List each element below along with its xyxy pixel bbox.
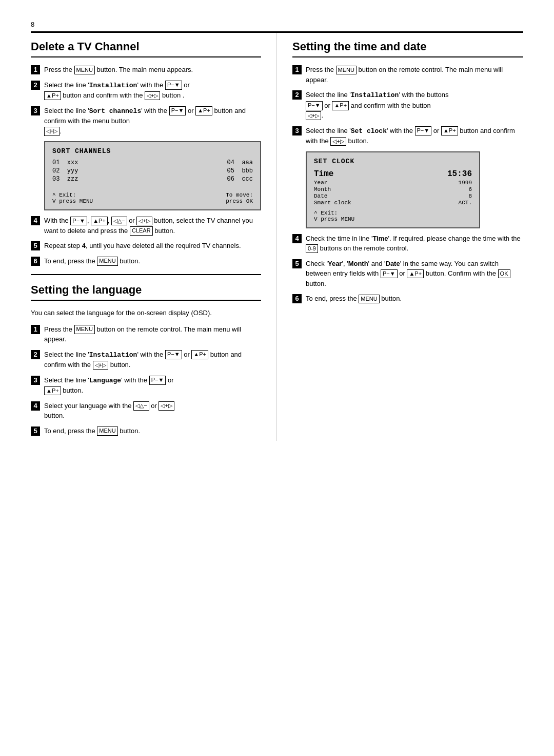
set-clock-month: Month 6: [314, 186, 472, 192]
sort-channels-title: SORT CHANNELS: [52, 147, 253, 155]
sort-exit: ^ Exit:: [52, 192, 93, 198]
sort-footer-right: To move: press OK: [226, 192, 253, 204]
ok-btn: ◁+▷: [145, 91, 160, 100]
smart-clock-label: Smart clock: [314, 200, 351, 206]
lang-step-3: 3 Select the line 'Language' with the P−…: [31, 375, 261, 396]
sort-col1-r1: 01 xxx: [52, 159, 78, 166]
setting-language-section: Setting the language You can select the …: [31, 283, 261, 436]
pplus-t3: ▲P+: [441, 126, 458, 135]
pplus-4: ▲P+: [91, 217, 108, 225]
time-step-num-2: 2: [292, 90, 302, 100]
lang-rule: [31, 274, 261, 275]
menu-btn-1: MENU: [74, 66, 95, 74]
sort-col2-r2: 05 bbb: [227, 167, 253, 175]
delete-step-6: 6 To end, press the MENU button.: [31, 256, 261, 266]
sort-col1-r3: 03 zzz: [52, 176, 78, 183]
year-value: 1999: [459, 180, 472, 186]
page-number: 8: [31, 21, 523, 28]
ok-lang2: ◁+▷: [93, 361, 108, 370]
menu-btn-t6: MENU: [359, 295, 379, 303]
lang-step-2-text: Select the line 'Installation' with the …: [44, 350, 261, 370]
set-clock-smart: Smart clock ACT.: [314, 200, 472, 206]
delete-step-2-text: Select the line 'Installation' with the …: [44, 80, 261, 101]
pplus-lang2: ▲P+: [191, 350, 208, 359]
lang-step-num-2: 2: [31, 350, 40, 359]
num-btn-t4: 0-9: [306, 244, 318, 253]
year-label: Year: [314, 180, 327, 186]
step-num-1: 1: [31, 65, 40, 74]
right-lang4: ◁+▷: [159, 401, 174, 410]
pminus-lang2: P−▼: [165, 350, 182, 359]
lang-step-4-text: Select your language with the ◁△− or ◁+▷…: [44, 401, 261, 421]
smart-clock-value: ACT.: [459, 200, 472, 206]
lang-step-5: 5 To end, press the MENU button.: [31, 426, 261, 436]
time-step-num-1: 1: [292, 65, 302, 74]
time-steps-cont: 4 Check the time in line 'Time'. If requ…: [292, 234, 523, 304]
set-clock-year: Year 1999: [314, 180, 472, 186]
pplus-t5: ▲P+: [407, 269, 424, 278]
set-clock-time-row: Time 15:36: [314, 169, 472, 179]
left-4: ◁△−: [111, 217, 127, 225]
time-step-5: 5 Check 'Year', 'Month' and 'Date' in th…: [292, 259, 523, 289]
clock-exit: ^ Exit:: [314, 210, 472, 216]
delete-steps-cont: 4 With the P−▼, ▲P+, ◁△− or ◁+▷ button, …: [31, 216, 261, 266]
lang-step-3-text: Select the line 'Language' with the P−▼ …: [44, 375, 261, 396]
clock-press-menu: V press MENU: [314, 216, 472, 222]
ok-t2: ◁+▷: [306, 111, 321, 120]
time-step-6-text: To end, press the MENU button.: [306, 294, 523, 304]
sort-col2-r1: 04 aaa: [227, 159, 253, 166]
step-num-5: 5: [31, 241, 40, 250]
sort-press-menu: V press MENU: [52, 198, 93, 204]
time-step-4: 4 Check the time in line 'Time'. If requ…: [292, 234, 523, 254]
clock-footer: ^ Exit: V press MENU: [314, 210, 472, 222]
time-step-1: 1 Press the MENU button on the remote co…: [292, 65, 523, 85]
set-clock-title: SET CLOCK: [314, 158, 472, 165]
lang-step-num-3: 3: [31, 376, 40, 385]
pminus-t5: P−▼: [381, 269, 398, 278]
time-steps: 1 Press the MENU button on the remote co…: [292, 65, 523, 146]
menu-btn-lang5: MENU: [97, 427, 117, 435]
pplus-btn: ▲P+: [44, 91, 61, 100]
step-num-2: 2: [31, 81, 40, 90]
ok-t5: OK: [498, 269, 510, 278]
time-step-1-text: Press the MENU button on the remote cont…: [306, 65, 523, 85]
set-clock-time-value: 15:36: [447, 169, 472, 179]
delete-step-6-text: To end, press the MENU button.: [44, 256, 261, 266]
lang-steps: 1 Press the MENU button on the remote co…: [31, 324, 261, 436]
time-step-2-text: Select the line 'Installation' with the …: [306, 90, 523, 121]
ok-btn-3: ◁+▷: [44, 127, 60, 135]
delete-steps: 1 Press the MENU button. The main menu a…: [31, 65, 261, 136]
delete-step-5: 5 Repeat step 4, until you have deleted …: [31, 241, 261, 251]
date-value: 8: [468, 193, 472, 199]
menu-btn-lang1: MENU: [74, 325, 95, 334]
delete-step-4: 4 With the P−▼, ▲P+, ◁△− or ◁+▷ button, …: [31, 216, 261, 236]
time-step-2: 2 Select the line 'Installation' with th…: [292, 90, 523, 121]
sort-to-move: To move:: [226, 192, 253, 198]
step-num-6: 6: [31, 257, 40, 266]
time-step-num-4: 4: [292, 234, 302, 243]
month-label: Month: [314, 186, 331, 192]
delete-step-1: 1 Press the MENU button. The main menu a…: [31, 65, 261, 75]
lang-step-1: 1 Press the MENU button on the remote co…: [31, 324, 261, 344]
time-step-num-3: 3: [292, 126, 302, 135]
lang-step-num-1: 1: [31, 325, 40, 334]
step-num-3: 3: [31, 106, 40, 115]
pminus-4: P−▼: [70, 217, 87, 225]
sort-row-3: 03 zzz 06 ccc: [52, 176, 253, 183]
clear-btn: CLEAR: [130, 226, 153, 235]
setting-language-title: Setting the language: [31, 283, 261, 301]
lang-step-2: 2 Select the line 'Installation' with th…: [31, 350, 261, 370]
pminus-lang3: P−▼: [149, 376, 166, 384]
pplus-btn-3: ▲P+: [195, 106, 212, 115]
pminus-t3: P−▼: [415, 126, 432, 135]
sort-footer: ^ Exit: V press MENU To move: press OK: [52, 192, 253, 204]
menu-btn-t1: MENU: [336, 66, 357, 74]
set-clock-time-label: Time: [314, 169, 333, 179]
set-clock-screen: SET CLOCK Time 15:36 Year 1999 Month 6 D…: [306, 151, 480, 228]
delete-step-5-text: Repeat step 4, until you have deleted al…: [44, 241, 261, 251]
pminus-btn: P−▼: [165, 81, 182, 89]
right-4: ◁+▷: [136, 217, 152, 225]
sort-footer-left: ^ Exit: V press MENU: [52, 192, 93, 204]
pplus-t2: ▲P+: [332, 101, 349, 110]
left-lang4: ◁△−: [133, 401, 149, 410]
